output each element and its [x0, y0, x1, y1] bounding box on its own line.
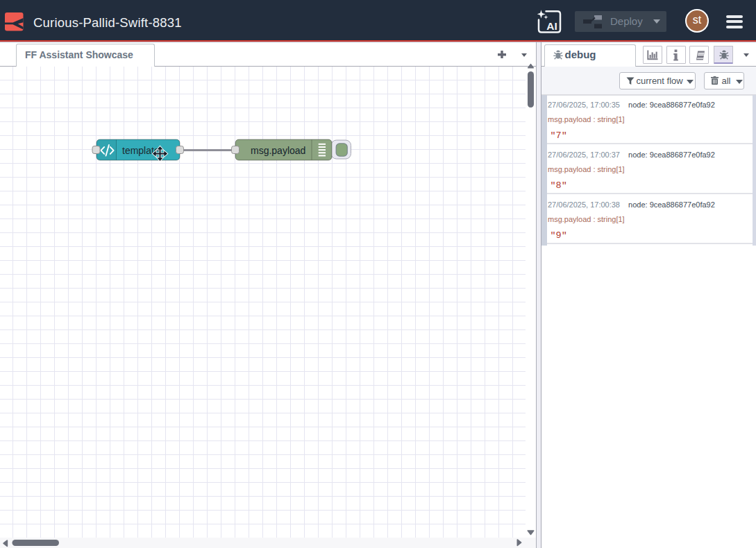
- svg-text:msg.payload: msg.payload: [251, 145, 305, 156]
- svg-text:AI: AI: [546, 20, 557, 32]
